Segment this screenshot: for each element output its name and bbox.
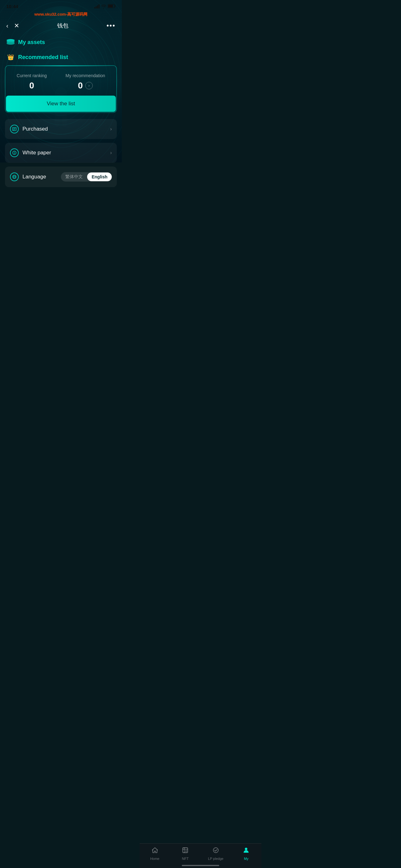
- current-ranking-value: 0: [16, 81, 47, 91]
- purchased-chevron-icon: ›: [110, 126, 112, 132]
- recommendation-arrow-icon[interactable]: ›: [85, 82, 93, 89]
- more-button[interactable]: •••: [106, 22, 115, 30]
- whitepaper-chevron-icon: ›: [110, 150, 112, 156]
- svg-rect-17: [97, 5, 98, 8]
- purchased-label: Purchased: [23, 126, 48, 132]
- whitepaper-menu-item[interactable]: White paper ›: [5, 143, 117, 163]
- svg-point-24: [6, 42, 15, 45]
- current-ranking-label: Current ranking: [16, 73, 47, 78]
- lang-option-en[interactable]: English: [87, 173, 112, 181]
- back-button[interactable]: ‹: [6, 22, 8, 29]
- close-button[interactable]: ✕: [14, 22, 20, 29]
- purchased-menu-item[interactable]: Purchased ›: [5, 119, 117, 139]
- nav-bar: ‹ ✕ 钱包 •••: [0, 19, 122, 33]
- language-icon: [10, 173, 19, 181]
- view-list-button[interactable]: View the list: [6, 96, 116, 112]
- wifi-icon: [101, 5, 106, 8]
- status-time: 10:44: [6, 4, 18, 9]
- purchased-icon: [10, 125, 19, 133]
- status-icons: [94, 4, 115, 9]
- language-toggle[interactable]: 繁体中文 English: [61, 172, 112, 182]
- whitepaper-icon: [10, 148, 19, 157]
- svg-rect-21: [108, 5, 113, 7]
- lang-option-zh[interactable]: 繁体中文: [61, 172, 87, 182]
- crown-icon: 👑: [6, 53, 15, 62]
- main-content: My assets 👑 Recommended list Current ran…: [0, 33, 122, 187]
- whitepaper-label: White paper: [23, 150, 51, 156]
- ranking-stats: Current ranking 0 My recommendation 0 ›: [5, 66, 116, 96]
- battery-icon: [108, 4, 115, 9]
- menu-section: Purchased › White paper ›: [0, 119, 122, 187]
- svg-rect-15: [94, 7, 95, 8]
- signal-icon: [94, 4, 100, 8]
- assets-icon: [6, 38, 15, 46]
- svg-rect-16: [96, 6, 97, 8]
- my-assets-header: My assets: [0, 33, 122, 50]
- my-recommendation-label: My recommendation: [66, 73, 105, 78]
- svg-point-31: [14, 152, 15, 152]
- recommended-list-label: Recommended list: [18, 54, 68, 61]
- page-title: 钱包: [20, 22, 106, 29]
- ranking-card: Current ranking 0 My recommendation 0 › …: [5, 65, 117, 113]
- my-recommendation-stat: My recommendation 0 ›: [66, 73, 105, 91]
- watermark-banner: www.sku32.com-高可源码网: [0, 11, 122, 19]
- my-recommendation-value: 0: [78, 81, 83, 91]
- my-assets-label: My assets: [18, 39, 45, 45]
- svg-rect-18: [99, 4, 100, 8]
- svg-rect-20: [115, 5, 115, 7]
- status-bar: 10:44: [0, 0, 122, 11]
- nav-left-buttons: ‹ ✕: [6, 22, 20, 29]
- current-ranking-stat: Current ranking 0: [16, 73, 47, 91]
- language-menu-item[interactable]: Language 繁体中文 English: [5, 166, 117, 187]
- language-label: Language: [23, 174, 46, 180]
- recommended-header: 👑 Recommended list: [0, 50, 122, 65]
